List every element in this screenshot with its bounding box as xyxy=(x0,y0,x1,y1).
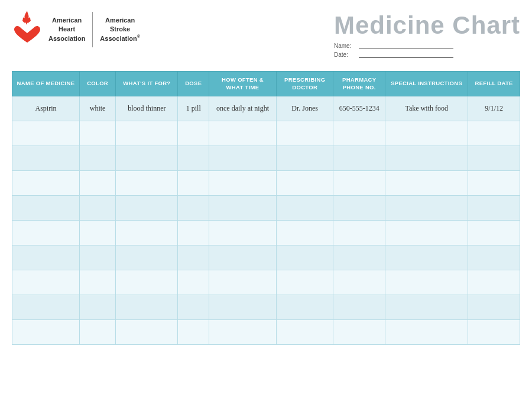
aha-logo-icon xyxy=(12,9,43,50)
col-header-whats: WHAT'S IT FOR? xyxy=(116,72,178,96)
cell-dose xyxy=(178,195,209,220)
medicine-table-wrapper: NAME OF MEDICINE COLOR WHAT'S IT FOR? DO… xyxy=(12,71,520,345)
col-header-color: COLOR xyxy=(79,72,115,96)
cell-refill xyxy=(468,319,520,344)
cell-pharmacy xyxy=(333,195,385,220)
cell-whats xyxy=(116,319,178,344)
cell-refill xyxy=(468,121,520,146)
title-area: Medicine Chart Name: Date: xyxy=(334,9,520,60)
cell-doctor xyxy=(276,270,333,295)
table-row xyxy=(12,170,520,195)
cell-pharmacy xyxy=(333,146,385,170)
cell-name xyxy=(12,245,80,270)
logo-divider xyxy=(92,12,93,47)
cell-pharmacy xyxy=(333,170,385,195)
cell-name xyxy=(12,270,80,295)
cell-name xyxy=(12,295,80,319)
cell-howoften xyxy=(209,295,277,319)
cell-pharmacy xyxy=(333,319,385,344)
cell-color xyxy=(79,170,115,195)
table-row: Aspirinwhiteblood thinner1 pillonce dail… xyxy=(12,96,520,121)
col-header-refill: REFILL DATE xyxy=(468,72,520,96)
cell-refill xyxy=(468,245,520,270)
main-title: Medicine Chart xyxy=(334,12,520,39)
cell-name xyxy=(12,319,80,344)
cell-howoften xyxy=(209,270,277,295)
cell-howoften xyxy=(209,220,277,245)
logo-area: American Heart Association American Stro… xyxy=(12,9,140,50)
cell-howoften xyxy=(209,195,277,220)
cell-whats: blood thinner xyxy=(116,96,178,121)
cell-refill: 9/1/12 xyxy=(468,96,520,121)
cell-doctor: Dr. Jones xyxy=(276,96,333,121)
cell-color xyxy=(79,195,115,220)
cell-name xyxy=(12,170,80,195)
cell-howoften: once daily at night xyxy=(209,96,277,121)
col-header-name: NAME OF MEDICINE xyxy=(12,72,80,96)
cell-dose xyxy=(178,245,209,270)
page: American Heart Association American Stro… xyxy=(0,0,532,404)
cell-color xyxy=(79,121,115,146)
cell-howoften xyxy=(209,319,277,344)
name-underline xyxy=(359,43,453,49)
cell-pharmacy xyxy=(333,220,385,245)
cell-name xyxy=(12,121,80,146)
cell-pharmacy: 650-555-1234 xyxy=(333,96,385,121)
title-fields: Name: Date: xyxy=(334,43,520,58)
cell-doctor xyxy=(276,245,333,270)
cell-refill xyxy=(468,146,520,170)
cell-color xyxy=(79,295,115,319)
cell-whats xyxy=(116,195,178,220)
cell-dose xyxy=(178,220,209,245)
name-label: Name: xyxy=(334,43,356,49)
cell-color xyxy=(79,146,115,170)
cell-howoften xyxy=(209,121,277,146)
table-row xyxy=(12,146,520,170)
cell-dose: 1 pill xyxy=(178,96,209,121)
date-underline xyxy=(359,52,453,58)
cell-refill xyxy=(468,195,520,220)
cell-howoften xyxy=(209,146,277,170)
col-header-doctor: PRESCRIBING DOCTOR xyxy=(276,72,333,96)
cell-pharmacy xyxy=(333,270,385,295)
cell-whats xyxy=(116,146,178,170)
cell-whats xyxy=(116,270,178,295)
cell-howoften xyxy=(209,245,277,270)
cell-name xyxy=(12,195,80,220)
cell-special xyxy=(385,220,468,245)
cell-doctor xyxy=(276,295,333,319)
medicine-table: NAME OF MEDICINE COLOR WHAT'S IT FOR? DO… xyxy=(12,71,520,345)
cell-special xyxy=(385,319,468,344)
cell-color xyxy=(79,270,115,295)
cell-whats xyxy=(116,170,178,195)
cell-refill xyxy=(468,170,520,195)
cell-color xyxy=(79,319,115,344)
cell-special xyxy=(385,245,468,270)
cell-dose xyxy=(178,319,209,344)
cell-doctor xyxy=(276,146,333,170)
cell-pharmacy xyxy=(333,295,385,319)
date-label: Date: xyxy=(334,51,356,58)
name-field-line: Name: xyxy=(334,43,520,49)
cell-refill xyxy=(468,270,520,295)
cell-howoften xyxy=(209,170,277,195)
table-row xyxy=(12,319,520,344)
table-row xyxy=(12,295,520,319)
header: American Heart Association American Stro… xyxy=(12,9,520,60)
table-row xyxy=(12,270,520,295)
cell-special: Take with food xyxy=(385,96,468,121)
cell-doctor xyxy=(276,195,333,220)
cell-whats xyxy=(116,220,178,245)
cell-dose xyxy=(178,121,209,146)
table-row xyxy=(12,245,520,270)
date-field-line: Date: xyxy=(334,51,520,58)
cell-dose xyxy=(178,270,209,295)
cell-refill xyxy=(468,295,520,319)
cell-name xyxy=(12,146,80,170)
cell-whats xyxy=(116,245,178,270)
table-row xyxy=(12,121,520,146)
cell-pharmacy xyxy=(333,245,385,270)
cell-color xyxy=(79,220,115,245)
cell-special xyxy=(385,170,468,195)
cell-pharmacy xyxy=(333,121,385,146)
